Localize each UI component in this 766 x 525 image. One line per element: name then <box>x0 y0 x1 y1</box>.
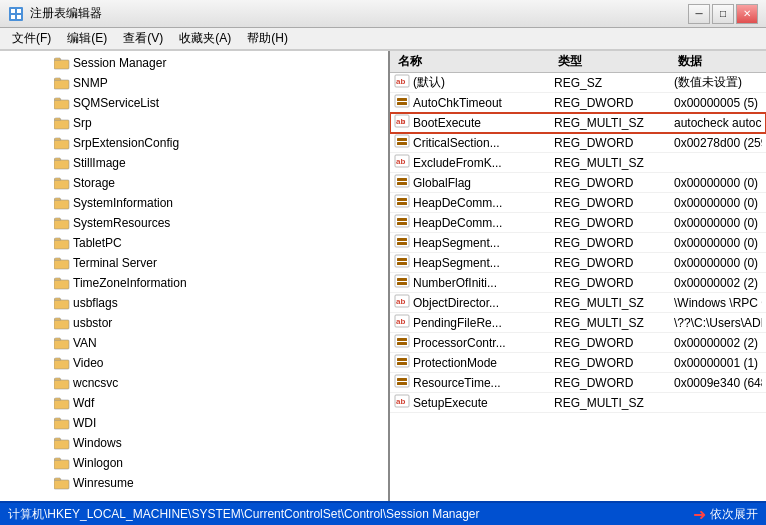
detail-row[interactable]: GlobalFlag REG_DWORD 0x00000000 (0) <box>390 173 766 193</box>
tree-item[interactable]: Winlogon <box>0 453 388 473</box>
row-data: 0x00000005 (5) <box>674 96 762 110</box>
row-data: 0x0009e340 (64800 <box>674 376 762 390</box>
tree-item[interactable]: TimeZoneInformation <box>0 273 388 293</box>
tree-item[interactable]: Srp <box>0 113 388 133</box>
svg-rect-66 <box>397 358 407 361</box>
tree-item[interactable]: SystemResources <box>0 213 388 233</box>
tree-item[interactable]: Video <box>0 353 388 373</box>
reg-type-icon <box>394 274 410 291</box>
tree-item[interactable]: StillImage <box>0 153 388 173</box>
tree-item[interactable]: Terminal Server <box>0 253 388 273</box>
maximize-button[interactable]: □ <box>712 4 734 24</box>
detail-row[interactable]: ab PendingFileRe... REG_MULTI_SZ \??\C:\… <box>390 313 766 333</box>
folder-icon <box>54 116 70 130</box>
svg-rect-11 <box>54 180 69 189</box>
detail-row[interactable]: HeapSegment... REG_DWORD 0x00000000 (0) <box>390 233 766 253</box>
tree-item[interactable]: SQMServiceList <box>0 93 388 113</box>
menu-item[interactable]: 编辑(E) <box>59 29 115 48</box>
tree-expander <box>40 136 54 150</box>
row-name-label: AutoChkTimeout <box>413 96 502 110</box>
detail-row[interactable]: ProcessorContr... REG_DWORD 0x00000002 (… <box>390 333 766 353</box>
row-name-label: CriticalSection... <box>413 136 500 150</box>
reg-type-icon <box>394 254 410 271</box>
detail-row[interactable]: AutoChkTimeout REG_DWORD 0x00000005 (5) <box>390 93 766 113</box>
row-name-label: (默认) <box>413 74 445 91</box>
svg-rect-44 <box>397 198 407 201</box>
menu-item[interactable]: 帮助(H) <box>239 29 296 48</box>
tree-item[interactable]: Storage <box>0 173 388 193</box>
svg-rect-9 <box>54 140 69 149</box>
tree-expander <box>40 436 54 450</box>
tree-item[interactable]: Wdf <box>0 393 388 413</box>
svg-rect-5 <box>54 60 69 69</box>
svg-rect-64 <box>397 342 407 345</box>
tree-label: Session Manager <box>73 56 166 70</box>
svg-rect-67 <box>397 362 407 365</box>
svg-rect-36 <box>397 138 407 141</box>
tree-item[interactable]: VAN <box>0 333 388 353</box>
tree-expander <box>40 256 54 270</box>
tree-item[interactable]: Windows <box>0 433 388 453</box>
detail-row[interactable]: ab ObjectDirector... REG_MULTI_SZ \Windo… <box>390 293 766 313</box>
svg-rect-1 <box>11 9 15 13</box>
detail-row[interactable]: ProtectionMode REG_DWORD 0x00000001 (1) <box>390 353 766 373</box>
row-type: REG_DWORD <box>554 136 674 150</box>
row-type: REG_DWORD <box>554 336 674 350</box>
detail-row[interactable]: ab ≡ BootExecute REG_MULTI_SZ autocheck … <box>390 113 766 133</box>
tree-expander <box>40 76 54 90</box>
tree-item[interactable]: Winresume <box>0 473 388 493</box>
tree-item[interactable]: WDI <box>0 413 388 433</box>
svg-text:ab: ab <box>396 397 405 406</box>
svg-rect-63 <box>397 338 407 341</box>
menu-item[interactable]: 文件(F) <box>4 29 59 48</box>
row-type: REG_MULTI_SZ <box>554 156 674 170</box>
reg-type-icon: ab <box>394 154 410 171</box>
tree-item[interactable]: wcncsvc <box>0 373 388 393</box>
menu-item[interactable]: 收藏夹(A) <box>171 29 239 48</box>
tree-item[interactable]: SrpExtensionConfig <box>0 133 388 153</box>
svg-rect-48 <box>397 222 407 225</box>
tree-expander <box>40 336 54 350</box>
tree-item[interactable]: Session Manager <box>0 53 388 73</box>
detail-row[interactable]: HeapSegment... REG_DWORD 0x00000000 (0) <box>390 253 766 273</box>
svg-rect-20 <box>54 360 69 369</box>
detail-row[interactable]: ab ExcludeFromK... REG_MULTI_SZ <box>390 153 766 173</box>
detail-row[interactable]: ab SetupExecute REG_MULTI_SZ <box>390 393 766 413</box>
close-button[interactable]: ✕ <box>736 4 758 24</box>
row-data: 0x00000000 (0) <box>674 236 762 250</box>
folder-icon <box>54 96 70 110</box>
tree-expander <box>40 96 54 110</box>
detail-header: 名称 类型 数据 <box>390 51 766 73</box>
col-header-type: 类型 <box>554 53 674 70</box>
detail-row[interactable]: HeapDeComm... REG_DWORD 0x00000000 (0) <box>390 193 766 213</box>
row-name-label: NumberOfIniti... <box>413 276 497 290</box>
detail-row[interactable]: NumberOfIniti... REG_DWORD 0x00000002 (2… <box>390 273 766 293</box>
detail-row[interactable]: CriticalSection... REG_DWORD 0x00278d00 … <box>390 133 766 153</box>
svg-rect-30 <box>397 98 407 101</box>
svg-rect-6 <box>54 80 69 89</box>
tree-content[interactable]: Session Manager SNMP SQMServiceList Srp … <box>0 51 388 501</box>
row-name: ResourceTime... <box>394 374 554 391</box>
minimize-button[interactable]: ─ <box>688 4 710 24</box>
detail-rows[interactable]: ab (默认) REG_SZ (数值未设置) AutoChkTimeout RE… <box>390 73 766 501</box>
row-type: REG_MULTI_SZ <box>554 116 674 130</box>
row-type: REG_DWORD <box>554 256 674 270</box>
tree-label: SystemResources <box>73 216 170 230</box>
tree-item[interactable]: SNMP <box>0 73 388 93</box>
tree-item[interactable]: TabletPC <box>0 233 388 253</box>
tree-item[interactable]: SystemInformation <box>0 193 388 213</box>
row-type: REG_DWORD <box>554 276 674 290</box>
status-path: 计算机\HKEY_LOCAL_MACHINE\SYSTEM\CurrentCon… <box>8 506 480 523</box>
detail-row[interactable]: ResourceTime... REG_DWORD 0x0009e340 (64… <box>390 373 766 393</box>
tree-item[interactable]: usbflags <box>0 293 388 313</box>
col-header-data: 数据 <box>674 53 762 70</box>
tree-expander <box>40 416 54 430</box>
menu-item[interactable]: 查看(V) <box>115 29 171 48</box>
svg-rect-31 <box>397 102 407 105</box>
reg-type-icon <box>394 354 410 371</box>
row-type: REG_MULTI_SZ <box>554 296 674 310</box>
detail-row[interactable]: ab (默认) REG_SZ (数值未设置) <box>390 73 766 93</box>
detail-row[interactable]: HeapDeComm... REG_DWORD 0x00000000 (0) <box>390 213 766 233</box>
tree-item[interactable]: usbstor <box>0 313 388 333</box>
svg-rect-47 <box>397 218 407 221</box>
